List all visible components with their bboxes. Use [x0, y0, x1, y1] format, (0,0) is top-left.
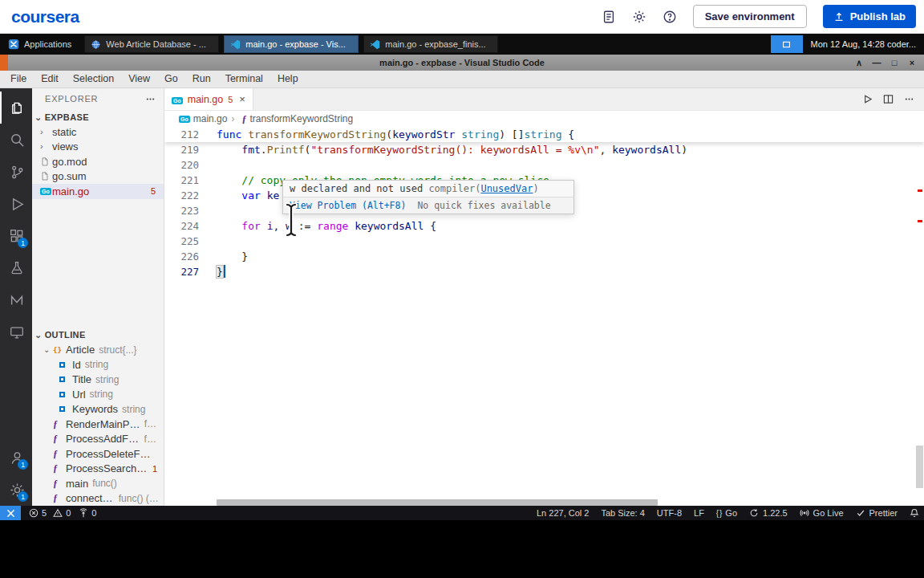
outline-url[interactable]: Url string: [32, 387, 164, 402]
split-editor-button[interactable]: [883, 94, 894, 104]
status-go-live[interactable]: Go Live: [800, 508, 844, 518]
outline-keywords[interactable]: Keywords string: [32, 402, 164, 417]
status-prettier[interactable]: Prettier: [856, 508, 898, 518]
workspace-root-folder[interactable]: ⌄ EXPBASE: [32, 109, 164, 124]
file-icon: ›: [40, 142, 52, 151]
code-token: keywordsAll: [612, 144, 681, 156]
sticky-scroll-line[interactable]: 212 func transformKeywordString(keywordS…: [164, 127, 924, 142]
status-language[interactable]: { } Go: [716, 508, 737, 518]
code-token: [217, 144, 241, 156]
activity-extensions[interactable]: 1: [0, 220, 32, 252]
window-shade-button[interactable]: ∧: [852, 55, 866, 71]
help-icon[interactable]: [663, 10, 677, 24]
save-environment-button[interactable]: Save environment: [693, 5, 807, 28]
window-main-go-expbase-finis[interactable]: main.go - expbase_finis...: [363, 35, 498, 53]
menu-item[interactable]: Selection: [66, 71, 121, 88]
outline-main[interactable]: ƒ main func(): [32, 476, 164, 491]
activity-search[interactable]: [0, 124, 32, 156]
activity-settings[interactable]: 1: [0, 474, 32, 506]
explorer-sidebar: EXPLORER ⌄ EXPBASE › static ›: [32, 88, 164, 506]
outline-article[interactable]: ⌄ {} Article struct{...}: [32, 343, 164, 358]
menu-item-label: Edit: [41, 73, 59, 84]
code-line[interactable]: 226 }: [164, 249, 924, 264]
outline-header[interactable]: ⌄ OUTLINE: [32, 328, 164, 343]
diagnostic-code-link[interactable]: UnusedVar: [480, 183, 533, 194]
diagnostic-message: w declared and not used: [290, 183, 428, 194]
menu-item[interactable]: Terminal: [218, 71, 270, 88]
activity-live-server[interactable]: [0, 316, 32, 348]
outline-processsearchf[interactable]: ƒ ProcessSearchF... 1: [32, 462, 164, 477]
breadcrumb: › Go main.go › ƒ transformKeywordString: [164, 111, 924, 127]
menu-item[interactable]: Edit: [34, 71, 66, 88]
menu-item[interactable]: Help: [270, 71, 306, 88]
window-minimize-button[interactable]: —: [869, 55, 884, 71]
tray-window-tile[interactable]: [771, 35, 803, 53]
menu-item[interactable]: Go: [157, 71, 185, 88]
activity-testing[interactable]: [0, 252, 32, 284]
status-eol[interactable]: LF: [694, 508, 704, 518]
code-editor[interactable]: 212 func transformKeywordString(keywordS…: [164, 127, 924, 506]
file-main-go[interactable]: Go main.go 5: [32, 184, 164, 199]
notifications-bell[interactable]: [910, 508, 919, 518]
outline-processdeleteform[interactable]: ƒ ProcessDeleteForm...: [32, 446, 164, 462]
code-line[interactable]: 220: [164, 157, 924, 173]
symbol-icon: ƒ: [53, 492, 66, 504]
code-token: Printf: [267, 144, 305, 156]
symbol-detail: string: [122, 404, 145, 415]
window-web-article-database[interactable]: Web Article Database - ...: [84, 35, 219, 53]
line-number: 227: [164, 264, 199, 279]
status-tab-size[interactable]: Tab Size: 4: [601, 508, 644, 518]
status-encoding[interactable]: UTF-8: [657, 508, 682, 518]
menu-item[interactable]: View: [121, 71, 157, 88]
menu-item[interactable]: Run: [185, 71, 218, 88]
vertical-scrollbar[interactable]: [916, 446, 923, 488]
remote-indicator[interactable]: [0, 506, 21, 520]
code-token: }: [217, 266, 223, 278]
tab-close-button[interactable]: ×: [239, 93, 245, 105]
activity-run-debug[interactable]: [0, 188, 32, 220]
window-maximize-button[interactable]: □: [887, 55, 902, 71]
line-number: 212: [164, 127, 199, 142]
coursera-header: coursera Save environment Publish lab: [0, 0, 924, 34]
menu-item[interactable]: File: [3, 71, 34, 88]
code-token: var: [241, 189, 260, 201]
symbol-name: Title: [72, 373, 91, 385]
code-line[interactable]: 224 for i, w := range keywordsAll {: [164, 218, 924, 234]
activity-explorer[interactable]: [0, 92, 32, 124]
code-line[interactable]: 225: [164, 234, 924, 249]
run-button[interactable]: [862, 94, 873, 104]
horizontal-scrollbar[interactable]: [217, 499, 658, 506]
status-go-version[interactable]: 1.22.5: [749, 508, 788, 518]
outline-id[interactable]: Id string: [32, 357, 164, 372]
ports-status[interactable]: 0: [79, 508, 96, 518]
applications-menu[interactable]: Applications: [0, 34, 79, 55]
folder-views[interactable]: › views: [32, 140, 164, 155]
more-actions-button[interactable]: [904, 94, 914, 104]
taskbar-clock[interactable]: Mon 12 Aug, 14:28 coder...: [803, 39, 924, 49]
reading-list-icon[interactable]: [602, 10, 616, 24]
view-problem-link[interactable]: View Problem (Alt+F8): [290, 200, 406, 211]
outline-processaddform[interactable]: ƒ ProcessAddForm fu...: [32, 432, 164, 447]
breadcrumb-file[interactable]: › Go main.go: [179, 113, 227, 124]
explorer-more-actions[interactable]: [145, 94, 156, 104]
outline-title-field[interactable]: Title string: [32, 372, 164, 388]
problems-status[interactable]: 5 0: [29, 508, 71, 518]
code-line[interactable]: 219 fmt.Printf("transformKeywordString()…: [164, 142, 924, 157]
folder-static[interactable]: › static: [32, 124, 164, 140]
activity-extension-m[interactable]: [0, 284, 32, 316]
activity-source-control[interactable]: [0, 156, 32, 188]
window-main-go-expbase[interactable]: main.go - expbase - Vis...: [224, 35, 359, 53]
file-go-sum[interactable]: go.sum: [32, 169, 164, 185]
status-cursor-position[interactable]: Ln 227, Col 2: [537, 508, 589, 518]
file-go-mod[interactable]: go.mod: [32, 154, 164, 169]
activity-account[interactable]: 1: [0, 442, 32, 474]
publish-lab-button[interactable]: Publish lab: [823, 5, 916, 28]
outline-rendermainpage[interactable]: ƒ RenderMainPage fu...: [32, 417, 164, 432]
settings-gear-icon[interactable]: [632, 10, 646, 24]
window-close-button[interactable]: ×: [905, 55, 919, 71]
outline-connectdb[interactable]: ƒ connectDB func() (*...: [32, 491, 164, 507]
tab-main-go[interactable]: Go main.go 5 ×: [164, 88, 253, 110]
code-line[interactable]: 227 }: [164, 264, 924, 279]
editor-action-icon: [904, 94, 914, 104]
breadcrumb-symbol[interactable]: › ƒ transformKeywordString: [227, 113, 353, 125]
